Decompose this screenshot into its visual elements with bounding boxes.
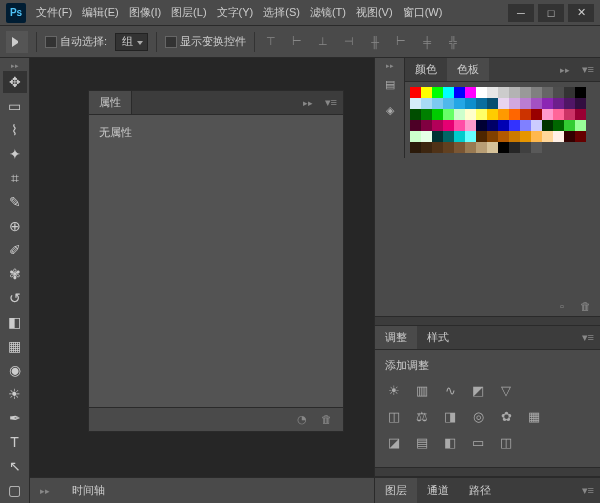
lasso-tool[interactable]: ⌇ — [3, 119, 27, 141]
menu-edit[interactable]: 编辑(E) — [78, 2, 123, 23]
color-swatch[interactable] — [421, 98, 432, 109]
dodge-tool[interactable]: ☀ — [3, 383, 27, 405]
healing-tool[interactable]: ⊕ — [3, 215, 27, 237]
menu-view[interactable]: 视图(V) — [352, 2, 397, 23]
color-swatch[interactable] — [443, 98, 454, 109]
color-swatch[interactable] — [553, 131, 564, 142]
brush-tool[interactable]: ✐ — [3, 239, 27, 261]
vibrance-icon[interactable]: ▽ — [497, 381, 515, 399]
channel-mixer-icon[interactable]: ✿ — [497, 407, 515, 425]
bw-icon[interactable]: ◨ — [441, 407, 459, 425]
color-swatch[interactable] — [410, 131, 421, 142]
color-swatch[interactable] — [476, 87, 487, 98]
color-swatch[interactable] — [443, 142, 454, 153]
color-swatch[interactable] — [531, 142, 542, 153]
properties-clip-icon[interactable]: ◔ — [297, 413, 311, 427]
color-swatch[interactable] — [520, 120, 531, 131]
color-swatch[interactable] — [410, 120, 421, 131]
color-swatch[interactable] — [476, 142, 487, 153]
timeline-tab[interactable]: 时间轴 — [60, 478, 117, 503]
color-swatch[interactable] — [520, 109, 531, 120]
wand-tool[interactable]: ✦ — [3, 143, 27, 165]
exposure-icon[interactable]: ◩ — [469, 381, 487, 399]
menu-type[interactable]: 文字(Y) — [213, 2, 258, 23]
color-swatch[interactable] — [498, 98, 509, 109]
color-swatch[interactable] — [542, 98, 553, 109]
color-swatch[interactable] — [553, 109, 564, 120]
stamp-tool[interactable]: ✾ — [3, 263, 27, 285]
align-left-icon[interactable]: ⊣ — [341, 34, 357, 50]
color-swatch[interactable] — [443, 87, 454, 98]
color-swatch[interactable] — [443, 109, 454, 120]
strip-histogram-icon[interactable]: ▤ — [378, 72, 402, 96]
adjust-menu-icon[interactable]: ▾≡ — [576, 331, 600, 344]
color-swatch[interactable] — [421, 120, 432, 131]
paths-tab[interactable]: 路径 — [459, 478, 501, 503]
brightness-icon[interactable]: ☀ — [385, 381, 403, 399]
channels-tab[interactable]: 通道 — [417, 478, 459, 503]
color-collapse-icon[interactable]: ▸▸ — [554, 65, 576, 75]
selective-color-icon[interactable]: ◫ — [497, 433, 515, 451]
hue-icon[interactable]: ◫ — [385, 407, 403, 425]
balance-icon[interactable]: ⚖ — [413, 407, 431, 425]
color-swatch[interactable] — [487, 142, 498, 153]
color-swatch[interactable] — [575, 87, 586, 98]
color-swatch[interactable] — [542, 109, 553, 120]
color-swatch[interactable] — [487, 120, 498, 131]
menu-layer[interactable]: 图层(L) — [167, 2, 210, 23]
color-swatch[interactable] — [520, 98, 531, 109]
align-top-icon[interactable]: ⊤ — [263, 34, 279, 50]
maximize-button[interactable]: □ — [538, 4, 564, 22]
color-swatch[interactable] — [564, 109, 575, 120]
color-swatch[interactable] — [509, 109, 520, 120]
color-swatch[interactable] — [553, 98, 564, 109]
strip-collapse[interactable] — [375, 62, 404, 70]
color-swatch[interactable] — [564, 131, 575, 142]
color-swatch[interactable] — [476, 98, 487, 109]
color-swatch[interactable] — [487, 109, 498, 120]
color-swatch[interactable] — [531, 120, 542, 131]
history-brush-tool[interactable]: ↺ — [3, 287, 27, 309]
shape-tool[interactable]: ▢ — [3, 479, 27, 501]
styles-tab[interactable]: 样式 — [417, 326, 459, 349]
color-swatch[interactable] — [454, 98, 465, 109]
color-swatch[interactable] — [487, 131, 498, 142]
color-menu-icon[interactable]: ▾≡ — [576, 63, 600, 76]
color-swatch[interactable] — [509, 87, 520, 98]
color-swatch[interactable] — [498, 87, 509, 98]
color-swatch[interactable] — [465, 87, 476, 98]
color-swatch[interactable] — [454, 120, 465, 131]
current-tool-icon[interactable] — [6, 31, 28, 53]
minimize-button[interactable]: ─ — [508, 4, 534, 22]
crop-tool[interactable]: ⌗ — [3, 167, 27, 189]
path-tool[interactable]: ↖ — [3, 455, 27, 477]
properties-tab[interactable]: 属性 — [89, 91, 132, 114]
color-swatch[interactable] — [542, 120, 553, 131]
close-button[interactable]: ✕ — [568, 4, 594, 22]
color-swatch[interactable] — [454, 109, 465, 120]
levels-icon[interactable]: ▥ — [413, 381, 431, 399]
layers-tab[interactable]: 图层 — [375, 478, 417, 503]
color-swatch[interactable] — [432, 131, 443, 142]
marquee-tool[interactable]: ▭ — [3, 95, 27, 117]
menu-select[interactable]: 选择(S) — [259, 2, 304, 23]
color-swatch[interactable] — [465, 142, 476, 153]
toolbox-collapse[interactable] — [0, 62, 29, 70]
properties-delete-icon[interactable]: 🗑 — [321, 413, 335, 427]
menu-file[interactable]: 文件(F) — [32, 2, 76, 23]
color-swatch[interactable] — [465, 120, 476, 131]
color-swatch[interactable] — [509, 98, 520, 109]
autoselect-target-select[interactable]: 组 — [115, 33, 148, 51]
type-tool[interactable]: T — [3, 431, 27, 453]
align-bottom-icon[interactable]: ⊥ — [315, 34, 331, 50]
eyedropper-tool[interactable]: ✎ — [3, 191, 27, 213]
new-swatch-icon[interactable]: ▫ — [560, 300, 572, 312]
color-swatch[interactable] — [575, 98, 586, 109]
color-swatch[interactable] — [509, 131, 520, 142]
color-swatch[interactable] — [432, 109, 443, 120]
posterize-icon[interactable]: ▤ — [413, 433, 431, 451]
color-swatch[interactable] — [542, 87, 553, 98]
color-swatch[interactable] — [465, 109, 476, 120]
color-swatch[interactable] — [410, 109, 421, 120]
color-swatch[interactable] — [454, 131, 465, 142]
